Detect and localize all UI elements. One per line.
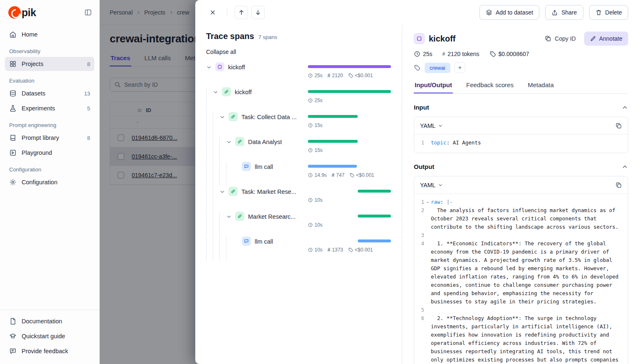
copy-icon[interactable] (615, 122, 622, 129)
sidebar-item-label: Projects (22, 61, 43, 67)
span-label: llm call (255, 237, 273, 247)
span-tokens: #2120 (327, 73, 343, 78)
link-icon (222, 87, 231, 96)
span-cost: <$0.001 (349, 172, 374, 178)
next-trace-button[interactable] (251, 6, 265, 19)
sidebar-item-badge: 8 (87, 61, 90, 67)
sidebar-item-prompt-library[interactable]: Prompt library 8 (5, 131, 94, 145)
sidebar-section-configuration: Configuration (9, 166, 90, 173)
output-section-toggle[interactable]: Output (414, 163, 628, 170)
datasets-icon (9, 90, 17, 97)
span-duration: 14.9s (308, 172, 327, 178)
sidebar-item-label: Provide feedback (22, 348, 68, 354)
tag-crewai[interactable]: crewai (425, 63, 450, 73)
span-row[interactable]: Market Researc... 10s (206, 211, 391, 236)
link-icon (235, 137, 244, 146)
chevron-down-icon[interactable] (219, 187, 229, 197)
input-section-toggle[interactable]: Input (414, 104, 628, 111)
book-icon (9, 134, 17, 142)
span-row[interactable]: Data Analyst 15s (206, 136, 391, 161)
experiments-icon (9, 105, 17, 112)
close-button[interactable] (206, 6, 219, 19)
format-select[interactable]: YAML (420, 122, 443, 129)
sidebar-item-experiments[interactable]: Experiments 5 (5, 101, 94, 115)
annotate-button[interactable]: Annotate (584, 32, 628, 46)
sidebar-item-datasets[interactable]: Datasets 13 (5, 86, 94, 100)
trace-title: kickoff (429, 34, 455, 44)
gear-icon (9, 178, 17, 186)
sidebar-item-provide-feedback[interactable]: Provide feedback (5, 344, 94, 358)
graduation-cap-icon (9, 332, 17, 340)
sidebar-item-label: Documentation (22, 318, 62, 325)
chevron-down-icon[interactable] (226, 137, 235, 147)
copy-icon[interactable] (615, 182, 622, 188)
span-duration-bar (308, 236, 391, 246)
span-row[interactable]: Task: Market Rese... 10s (206, 186, 391, 211)
sidebar-collapse-icon[interactable] (84, 9, 92, 16)
hash-icon: # (442, 51, 445, 57)
clock-icon (414, 51, 420, 57)
trace-icon (215, 62, 224, 71)
span-row[interactable]: kickoff 25s (206, 86, 391, 111)
sidebar-item-home[interactable]: Home (5, 27, 94, 42)
chevron-down-icon[interactable] (226, 212, 235, 222)
sidebar-item-label: Quickstart guide (22, 333, 65, 340)
span-duration-bar (308, 186, 391, 196)
share-button[interactable]: Share (545, 5, 583, 20)
sidebar-item-label: Prompt library (22, 134, 59, 141)
sidebar-item-badge: 8 (87, 135, 90, 141)
sidebar-item-label: Experiments (22, 105, 55, 112)
copy-id-button[interactable]: Copy ID (541, 33, 580, 44)
sidebar-item-documentation[interactable]: Documentation (5, 314, 94, 328)
format-select[interactable]: YAML (420, 182, 443, 188)
modal-toolbar: Add to dataset Share Delete (195, 0, 639, 25)
tab-metadata[interactable]: Metadata (527, 81, 555, 93)
chevron-down-icon[interactable] (213, 87, 222, 97)
span-duration-bar (308, 111, 391, 121)
span-label: kickoff (228, 62, 245, 72)
sidebar-section-evaluation: Evaluation (9, 78, 90, 84)
sidebar-item-label: Home (22, 31, 38, 38)
documentation-icon (9, 318, 17, 325)
span-row[interactable]: kickoff 25s #2120 <$0.001 (206, 61, 391, 86)
output-section-title: Output (414, 163, 434, 170)
output-code-card: YAML 1 raw: |- 2 The analysis of factors (414, 176, 628, 364)
opik-logo[interactable]: pik (8, 6, 36, 19)
chevron-down-icon[interactable] (206, 62, 215, 72)
format-label: YAML (420, 182, 435, 188)
trace-cost: $0.0008607 (489, 51, 529, 57)
delete-button[interactable]: Delete (589, 5, 628, 20)
chevron-down-icon[interactable] (219, 112, 229, 122)
sidebar-item-configuration[interactable]: Configuration (5, 175, 94, 189)
previous-trace-button[interactable] (235, 6, 248, 19)
span-row[interactable]: llm call 10s #1373 <$0.001 (206, 236, 391, 261)
span-label: Task: Collect Data ... (241, 112, 297, 122)
tab-feedback-scores[interactable]: Feedback scores (465, 81, 514, 93)
delete-label: Delete (605, 9, 622, 16)
span-duration: 25s (308, 98, 322, 103)
trash-icon (595, 9, 602, 16)
input-code: 1 topic: AI Agents (414, 134, 628, 153)
sidebar-item-quickstart-guide[interactable]: Quickstart guide (5, 329, 94, 343)
tab-input-output[interactable]: Input/Output (414, 81, 453, 93)
share-label: Share (561, 9, 577, 16)
chevron-down-icon (438, 183, 443, 188)
copy-id-label: Copy ID (555, 35, 576, 42)
spans-tree: kickoff 25s #2120 <$0.001 (206, 61, 391, 261)
trace-tags: crewai (414, 62, 628, 73)
trace-tokens: # 2120 tokens (442, 51, 479, 57)
span-label: llm call (255, 162, 273, 172)
add-to-dataset-button[interactable]: Add to dataset (479, 5, 539, 20)
add-tag-button[interactable] (455, 62, 465, 73)
sidebar-item-projects[interactable]: Projects 8 (5, 57, 94, 71)
chevron-down-icon (438, 123, 443, 128)
sidebar-item-badge: 5 (87, 105, 90, 112)
input-code-card: YAML 1 topic: AI Agents (414, 117, 628, 153)
collapse-all-button[interactable]: Collapse all (206, 49, 236, 55)
span-cost: <$0.001 (348, 73, 373, 78)
sidebar-item-playground[interactable]: Playground (5, 146, 94, 160)
sidebar-footer: Documentation Quickstart guide Provide f… (0, 310, 99, 359)
fold-chevron-icon[interactable] (424, 198, 431, 206)
span-row[interactable]: Task: Collect Data ... 15s (206, 111, 391, 136)
span-row[interactable]: llm call 14.9s #747 <$0.001 (206, 161, 391, 186)
